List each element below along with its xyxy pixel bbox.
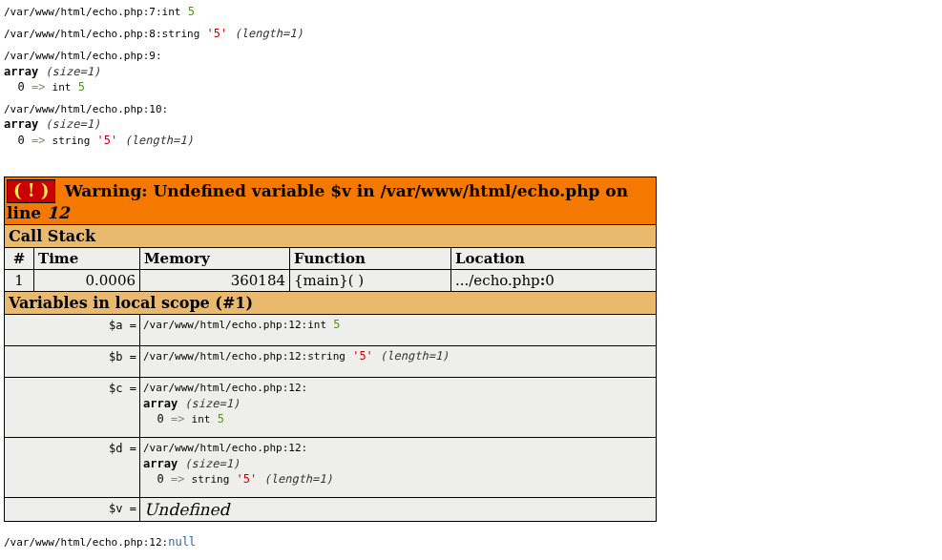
var-row-v: $v = Undefined	[5, 497, 657, 521]
callstack-location: .../echo.php:0	[451, 270, 657, 292]
var-row-a: $a = /var/www/html/echo.php:12:int 5	[5, 315, 657, 346]
vardump-line: /var/www/html/echo.php:9: array (size=1)…	[4, 48, 938, 95]
xdebug-error-table: ( ! ) Warning: Undefined variable $v in …	[4, 176, 657, 521]
vardump-line: /var/www/html/echo.php:10: array (size=1…	[4, 101, 938, 149]
var-row-c: $c = /var/www/html/echo.php:12: array (s…	[5, 378, 657, 438]
callstack-header-row: # Time Memory Function Location	[5, 248, 657, 270]
var-row-b: $b = /var/www/html/echo.php:12:string '5…	[5, 346, 657, 378]
error-message: Warning: Undefined variable $v in /var/w…	[7, 181, 628, 222]
var-row-d: $d = /var/www/html/echo.php:12: array (s…	[5, 437, 657, 497]
vardump-line: /var/www/html/echo.php:7:int 5	[4, 4, 938, 20]
callstack-title: Call Stack	[5, 225, 657, 248]
callstack-row: 1 0.0006 360184 {main}( ) .../echo.php:0	[5, 270, 657, 292]
warning-icon: ( ! )	[7, 179, 55, 203]
error-header-row: ( ! ) Warning: Undefined variable $v in …	[5, 177, 657, 225]
localvars-title: Variables in local scope (#1)	[5, 292, 657, 315]
vardump-line: /var/www/html/echo.php:8:string '5' (len…	[4, 26, 938, 42]
trailing-dump: /var/www/html/echo.php:12:null	[4, 535, 938, 549]
